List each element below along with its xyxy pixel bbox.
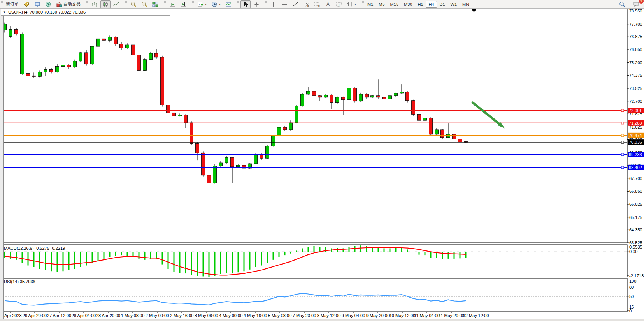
candle [406,92,409,101]
candle [102,39,106,40]
hline-endpoint-marker[interactable] [621,141,624,143]
candle [21,34,24,74]
window-left-edge [0,8,4,321]
trendline-icon [292,1,298,7]
candle [97,39,100,46]
price-tick-label: 76.875 [629,34,642,39]
price-label-70.036: 70.036 [629,140,642,145]
toolbar-drag-handle[interactable] [164,1,166,7]
candle [190,123,193,143]
toolbar-drag-handle[interactable] [125,1,127,7]
macd-label: MACD(12,26,9) -0.5275 -0.2219 [4,246,65,250]
tile-windows-button[interactable] [150,0,160,8]
svg-text:F: F [318,5,320,7]
bar-chart-icon [91,1,98,7]
candle [79,53,82,61]
trendline-button[interactable] [290,0,300,8]
auto-scroll-icon [169,1,175,7]
candle [458,139,462,142]
dropdown-caret-icon[interactable]: ▾ [205,2,207,6]
timeframe-h1-button[interactable]: H1 [415,1,426,8]
line-chart-button[interactable] [111,0,121,8]
timeframe-m15-button[interactable]: M15 [388,1,401,8]
bar-chart-button[interactable] [89,0,100,8]
chart-menu-caret-icon[interactable]: ▼ [3,11,6,14]
timeframe-m1-button[interactable]: M1 [365,1,376,8]
cursor-icon [242,1,249,7]
tile-windows-icon [152,1,158,7]
timeframe-h4-button[interactable]: H4 [426,1,437,8]
candlestick-chart-icon [102,1,109,7]
toolbar-drag-handle[interactable] [362,1,364,7]
toolbar-drag-handle[interactable] [265,1,267,7]
horizontal-line-icon [281,1,288,7]
horizontal-line-button[interactable] [279,0,290,8]
zoom-in-button[interactable] [128,0,139,8]
candle [202,153,205,175]
vertical-line-button[interactable] [268,0,279,8]
hline-endpoint-marker[interactable] [621,166,624,169]
auto-trading-button[interactable]: 自动交易 [54,0,82,8]
text-button[interactable]: A [323,0,333,8]
price-label-70.474: 70.474 [629,133,642,138]
candle [207,175,211,183]
toolbar: 新订单自动交易▾▾EFAT▾M1M5M15M30H1H4D1W1MN1 [0,0,644,9]
market-watch-icon [34,1,40,7]
chat-button[interactable]: 1 [631,0,641,8]
market-watch-button[interactable] [32,0,42,8]
candle [126,45,129,48]
candle [301,94,304,106]
candle [377,96,380,97]
candle [196,144,199,153]
macd-tick-label: -2.1713 [629,273,644,278]
chart-header[interactable]: ▼ USOil-,H4 70.080 70.130 70.022 70.036 [1,9,170,16]
svg-text:E: E [307,5,309,7]
candle [412,101,415,115]
dropdown-caret-icon[interactable]: ▾ [354,2,356,6]
new-order-button[interactable]: 新订单 [4,0,21,8]
timeframe-m5-button[interactable]: M5 [376,1,387,8]
channel-button[interactable]: E [301,0,311,8]
new-chart-button[interactable]: ▾ [195,0,209,8]
candle [50,69,53,72]
toolbar-drag-handle[interactable] [86,1,88,7]
hline-endpoint-marker[interactable] [621,122,624,124]
candle [423,118,427,120]
candlestick-chart-button[interactable] [100,0,111,8]
chart-shift-button[interactable] [178,0,188,8]
candle [184,115,188,123]
svg-text:A: A [326,2,330,7]
crosshair-button[interactable] [251,0,261,8]
hline-endpoint-marker[interactable] [621,109,624,112]
price-tick-label: 67.700 [629,176,642,181]
timeframe-m30-button[interactable]: M30 [401,1,415,8]
chart-canvas[interactable]: 78.55077.70076.87576.05075.20074.37573.5… [0,0,644,321]
time-label: 28 Apr 20:00 [96,313,120,318]
timeframe-d1-button[interactable]: D1 [437,1,448,8]
dropdown-caret-icon[interactable]: ▾ [219,2,221,6]
rsi-tick-label: 0 [629,309,632,313]
candle [67,65,71,67]
templates-button[interactable] [223,0,233,8]
timeframe-mn-button[interactable]: MN [460,1,472,8]
tag-icon-button[interactable] [21,0,32,8]
hline-endpoint-marker[interactable] [621,134,624,137]
hline-endpoint-marker[interactable] [621,153,624,156]
fibonacci-button[interactable]: F [312,0,322,8]
auto-scroll-button[interactable] [167,0,177,8]
channel-icon: E [303,1,309,7]
shapes-button[interactable]: ▾ [345,0,358,8]
time-label: 2 May 16:00 [170,313,194,318]
price-tick-label: 64.350 [629,228,642,232]
zoom-out-button[interactable] [139,0,149,8]
search-button[interactable] [617,0,627,8]
timeframe-w1-button[interactable]: W1 [448,1,460,8]
text-label-button[interactable]: T [334,0,344,8]
periods-button[interactable]: ▾ [209,0,223,8]
data-window-button[interactable] [43,0,53,8]
toolbar-drag-handle[interactable] [237,1,239,7]
cursor-button[interactable] [240,0,251,8]
toolbar-drag-handle[interactable] [192,1,194,7]
rsi-tick-label: 50 [629,294,634,299]
toolbar-drag-handle[interactable] [1,1,3,7]
